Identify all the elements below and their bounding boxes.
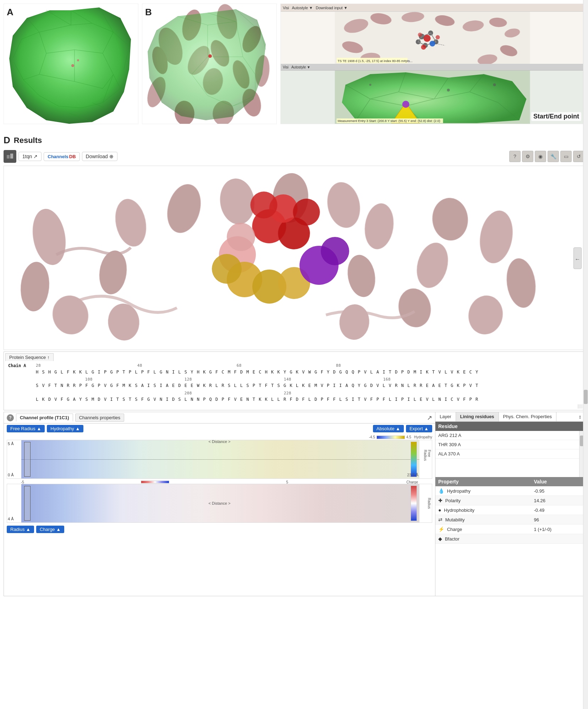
hydrophobicity-label: Hydrophobicity xyxy=(444,508,474,513)
mini-menu-item4[interactable]: Visi xyxy=(283,65,288,69)
channelsdb-button[interactable]: ChannelsDB xyxy=(44,152,79,161)
chart-x-distance-label: < Distance > xyxy=(209,440,231,444)
pdb-button[interactable]: 1tqn ↗ xyxy=(18,152,42,161)
svg-point-93 xyxy=(424,35,431,42)
property-col-header: Property xyxy=(435,477,531,486)
svg-point-150 xyxy=(293,199,320,226)
hydropathy-value: -0.95 xyxy=(531,486,584,496)
charge-label: Charge xyxy=(447,527,462,532)
channel-header: ? Channel profile (T1C1) Channels proper… xyxy=(4,412,435,423)
residue-header-label: Residue xyxy=(438,423,457,429)
mini-menu-item2[interactable]: Autostyle ▼ xyxy=(292,6,313,10)
svg-rect-124 xyxy=(7,155,10,159)
charge-scale-header: -5 5 Charge xyxy=(7,480,432,484)
channel-profile-tab[interactable]: Channel profile (T1C1) xyxy=(16,414,73,422)
hydropathy-fill xyxy=(21,440,419,478)
residue-item-2[interactable]: THR 309 A xyxy=(435,440,584,449)
mutability-row: ⇄ Mutability 96 xyxy=(435,515,584,525)
value-col-header: Value xyxy=(531,477,584,486)
props-panel-scrollbar[interactable] xyxy=(583,412,584,596)
layer-tab-label: Layer xyxy=(440,414,451,419)
external-link-icon: ↗ xyxy=(33,154,38,159)
svg-point-158 xyxy=(321,237,349,265)
hydropathy-btn[interactable]: Hydropathy ▲ xyxy=(47,425,83,432)
lining-residues-tab[interactable]: Lining residues xyxy=(456,412,499,421)
svg-point-156 xyxy=(212,254,242,284)
charge-row: ⚡ Charge 1 (+1/-0) xyxy=(435,525,584,534)
tools-btn[interactable]: 🔧 xyxy=(548,151,559,162)
radius-btn[interactable]: Radius ▲ xyxy=(7,526,34,533)
mol-icon xyxy=(4,150,16,163)
start-end-label: Start/End point xyxy=(531,112,581,121)
svg-point-119 xyxy=(447,89,450,92)
svg-marker-103 xyxy=(342,72,527,123)
property-header-label: Property xyxy=(438,479,459,484)
svg-point-121 xyxy=(369,84,372,86)
channel-help-btn[interactable]: ? xyxy=(7,414,14,421)
residue-item-1[interactable]: ARG 212 A xyxy=(435,431,584,440)
panel-c: C Visi Autostyle ▼ Download input ▼ xyxy=(280,4,584,124)
panel-a: A xyxy=(4,4,138,124)
pdb-id: 1tqn xyxy=(22,154,32,159)
properties-panel: Layer Lining residues Phys. Chem. Proper… xyxy=(435,412,584,596)
absolute-btn-label: Absolute ▲ xyxy=(377,426,400,431)
charge-btn[interactable]: Charge ▲ xyxy=(36,526,64,533)
charge-value: 1 (+1/-0) xyxy=(531,525,584,534)
mini-menu-item5[interactable]: Autostyle ▼ xyxy=(291,65,311,69)
absolute-btn[interactable]: Absolute ▲ xyxy=(373,425,404,432)
svg-point-70 xyxy=(208,54,212,58)
panel-expand-arrow[interactable]: ↗ xyxy=(427,414,432,422)
mutability-icon: ⇄ xyxy=(438,517,443,522)
bottom-panels: ? Channel profile (T1C1) Channels proper… xyxy=(4,412,584,596)
plot-controls: Free Radius ▲ Hydropathy ▲ Absolute ▲ Ex… xyxy=(4,423,435,434)
charge-scale-bar xyxy=(141,481,169,483)
panel-c-top-viewer: Visi Autostyle ▼ Download input ▼ xyxy=(281,4,584,64)
residue-item-3[interactable]: ALA 370 A xyxy=(435,449,584,459)
sequence-tab[interactable]: Protein Sequence ↑ xyxy=(5,353,54,361)
mini-menu-item3[interactable]: Download input ▼ xyxy=(316,6,348,10)
viewer-toolbar-right: ? ⚙ ◉ 🔧 ▭ ↺ xyxy=(509,151,584,162)
free-radius-right-label: Free Radius xyxy=(423,450,431,469)
channels-properties-tab[interactable]: Channels properties xyxy=(75,414,124,422)
svg-point-95 xyxy=(421,45,426,50)
export-btn-label: Export ▲ xyxy=(410,426,429,431)
phys-chem-tab[interactable]: Phys. Chem. Properties xyxy=(499,412,556,421)
camera-btn[interactable]: ◉ xyxy=(535,151,546,162)
seq-row3: L K D V F G A Y S M D V I T S T S F G V … xyxy=(36,396,479,403)
charts-area: -4.5 4.5 Hydropathy 5 Å 0 Å < Di xyxy=(4,434,435,524)
radius-btn-label: Radius ▲ xyxy=(10,527,31,532)
color-scale-bottom xyxy=(411,486,417,521)
hydrophobicity-property: ● Hydrophobicity xyxy=(435,505,531,515)
hydropathy-row: 💧 Hydropathy -0.95 xyxy=(435,486,584,496)
screen-btn[interactable]: ▭ xyxy=(560,151,572,162)
channel-profile-tab-label: Channel profile (T1C1) xyxy=(20,415,69,420)
charge-icon: ⚡ xyxy=(438,526,444,532)
svg-text:←: ← xyxy=(575,256,581,262)
mutability-property: ⇄ Mutability xyxy=(435,515,531,525)
download-button[interactable]: Download ⊕ xyxy=(82,152,117,161)
hydrophobicity-value: -0.49 xyxy=(531,505,584,515)
sort-icon: ↑ xyxy=(47,355,50,360)
protein-viewer-wrapper: ← xyxy=(4,166,584,350)
help-btn[interactable]: ? xyxy=(509,151,521,162)
bfactor-value xyxy=(531,534,584,544)
color-scale-top xyxy=(411,442,417,477)
free-radius-chart: 5 Å 0 Å < Distance > Free Radius xyxy=(7,440,432,479)
export-btn[interactable]: Export ▲ xyxy=(406,425,432,432)
hydropathy-btn-label: Hydropathy ▲ xyxy=(50,426,80,431)
axis-distance-label: 23.5 Å xyxy=(407,473,418,477)
hydrophobicity-row: ● Hydrophobicity -0.49 xyxy=(435,505,584,515)
settings-btn[interactable]: ⚙ xyxy=(522,151,533,162)
protein-3d-viewer[interactable]: ← xyxy=(4,166,584,350)
results-title: Results xyxy=(14,136,42,145)
layer-tab[interactable]: Layer xyxy=(435,412,456,421)
bfactor-icon: ◆ xyxy=(438,536,442,542)
free-radius-btn[interactable]: Free Radius ▲ xyxy=(7,425,45,432)
phys-chem-tab-label: Phys. Chem. Properties xyxy=(503,414,552,419)
polarity-property: ✚ Polarity xyxy=(435,496,531,505)
panel-a-label: A xyxy=(7,7,13,18)
channels-properties-tab-label: Channels properties xyxy=(79,415,120,420)
seq-row1: H S H G L F K K L G I P G P T P L P F L … xyxy=(36,369,479,376)
polarity-icon: ✚ xyxy=(438,498,443,503)
mini-menu-item[interactable]: Visi xyxy=(283,6,289,10)
